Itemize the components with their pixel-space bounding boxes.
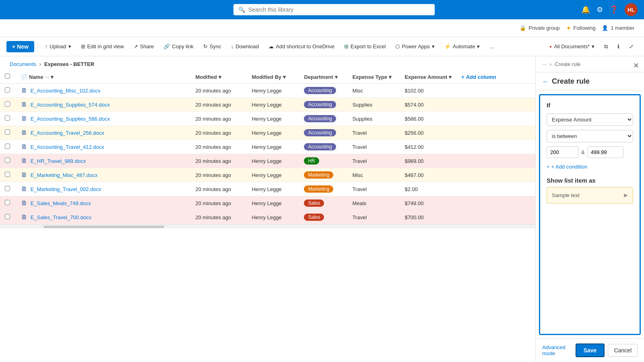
row-modified-by-cell: Henry Legge: [247, 126, 299, 140]
star-icon: ★: [566, 25, 571, 31]
cancel-button[interactable]: Cancel: [608, 344, 638, 357]
col-header-expense-type[interactable]: Expense Type ▾: [347, 70, 400, 84]
download-button[interactable]: ↓ Download: [227, 41, 263, 52]
search-input[interactable]: [248, 6, 430, 13]
back-button[interactable]: ←: [542, 78, 549, 85]
sync-label: Sync: [210, 43, 221, 49]
col-header-modified-by[interactable]: Modified By ▾: [247, 70, 299, 84]
row-department-cell: HR: [299, 154, 347, 168]
toolbar: + New ↑ Upload ▾ ⊞ Edit in grid view ↗ S…: [0, 37, 644, 56]
row-amount-cell: $487.00: [400, 168, 456, 182]
row-check-cell[interactable]: [0, 168, 16, 182]
file-name-link[interactable]: E_Accounting_Misc_102.docx: [31, 88, 101, 94]
fullscreen-button[interactable]: ⤢: [625, 41, 638, 52]
file-name-link[interactable]: E_Accounting_Supplies_574.docx: [31, 102, 110, 108]
add-shortcut-button[interactable]: ☁ Add shortcut to OneDrive: [264, 41, 339, 52]
settings-icon[interactable]: ⚙: [597, 5, 603, 14]
row-checkbox[interactable]: [5, 186, 10, 191]
breadcrumb-dots[interactable]: ···: [542, 61, 547, 67]
row-check-cell[interactable]: [0, 140, 16, 154]
sample-text-box[interactable]: Sample text ➤: [547, 187, 633, 204]
col-modified-label: Modified: [195, 74, 217, 80]
row-checkbox[interactable]: [5, 172, 10, 177]
row-check-cell[interactable]: [0, 182, 16, 196]
word-file-icon: 🗎: [21, 185, 27, 192]
file-name-link[interactable]: E_Marketing_Travel_002.docx: [31, 186, 101, 192]
avatar[interactable]: HL: [625, 3, 638, 16]
help-icon[interactable]: ❓: [609, 5, 618, 14]
col-header-add-column[interactable]: + Add column: [456, 70, 535, 84]
filter-button[interactable]: ⧉: [600, 41, 612, 52]
close-panel-button[interactable]: ✕: [632, 60, 641, 72]
sync-button[interactable]: ↻ Sync: [199, 41, 225, 52]
row-check-cell[interactable]: [0, 84, 16, 98]
more-button[interactable]: ...: [485, 41, 498, 52]
word-file-icon: 🗎: [21, 143, 27, 150]
row-checkbox[interactable]: [5, 144, 10, 149]
row-checkbox[interactable]: [5, 130, 10, 135]
breadcrumb-parent[interactable]: Documents: [10, 61, 36, 67]
col-header-modified[interactable]: Modified ▾: [190, 70, 247, 84]
search-bar[interactable]: 🔍: [233, 4, 435, 15]
row-check-cell[interactable]: [0, 154, 16, 168]
col-header-check[interactable]: [0, 70, 16, 84]
department-badge: HR: [304, 157, 319, 165]
upload-button[interactable]: ↑ Upload ▾: [41, 41, 75, 52]
row-check-cell[interactable]: [0, 196, 16, 210]
share-button[interactable]: ↗ Share: [130, 41, 158, 52]
info-button[interactable]: ℹ: [613, 41, 623, 52]
file-name-link[interactable]: E_Marketing_Misc_487.docx: [31, 172, 98, 178]
horizontal-scrollbar[interactable]: [0, 224, 535, 228]
add-condition-button[interactable]: + + Add condition: [547, 162, 587, 171]
notifications-icon[interactable]: 🔔: [581, 5, 590, 14]
condition-field-select[interactable]: Expense Amount: [547, 113, 633, 126]
max-value-input[interactable]: [587, 146, 623, 158]
export-excel-button[interactable]: ⊞ Export to Excel: [340, 41, 390, 52]
upload-label: Upload: [50, 43, 66, 49]
col-amount-label: Expense Amount: [405, 74, 447, 80]
row-checkbox[interactable]: [5, 158, 10, 163]
condition-operator-select[interactable]: is between: [547, 130, 633, 142]
row-checkbox[interactable]: [5, 200, 10, 205]
row-checkbox[interactable]: [5, 214, 10, 219]
file-name-link[interactable]: E_Accounting_Travel_412.docx: [31, 144, 104, 150]
row-check-cell[interactable]: [0, 112, 16, 126]
min-value-input[interactable]: [547, 146, 579, 158]
department-badge: Sales: [304, 214, 324, 221]
edit-grid-button[interactable]: ⊞ Edit in grid view: [77, 41, 128, 52]
private-group-label: Private group: [528, 25, 559, 31]
col-header-name[interactable]: 📄 Name ↑↓ ▾: [16, 70, 190, 84]
power-apps-button[interactable]: ⬡ Power Apps ▾: [391, 41, 438, 52]
select-all-checkbox[interactable]: [5, 74, 10, 79]
file-name-link[interactable]: E_Accounting_Travel_256.docx: [31, 130, 104, 136]
row-check-cell[interactable]: [0, 126, 16, 140]
col-header-expense-amount[interactable]: Expense Amount ▾: [400, 70, 456, 84]
row-check-cell[interactable]: [0, 98, 16, 112]
col-header-department[interactable]: Department ▾: [299, 70, 347, 84]
save-button[interactable]: Save: [576, 343, 605, 357]
rule-panel-breadcrumb: ··· › Create rule: [536, 56, 644, 72]
members-item[interactable]: 👤 1 member: [602, 25, 634, 31]
copy-link-button[interactable]: 🔗 Copy link: [159, 41, 197, 52]
advanced-mode-link[interactable]: Advanced mode: [542, 344, 576, 356]
file-name-link[interactable]: E_HR_Travel_989.docx: [31, 158, 86, 164]
automate-button[interactable]: ⚡ Automate ▾: [440, 41, 484, 52]
row-modified-cell: 20 minutes ago: [190, 84, 247, 98]
create-rule-nav-label: Create rule: [555, 61, 580, 67]
row-checkbox[interactable]: [5, 115, 10, 121]
word-file-icon: 🗎: [21, 171, 27, 178]
more-label: ...: [489, 43, 494, 49]
all-docs-button[interactable]: ● All Documents* ▾: [545, 41, 599, 52]
file-name-link[interactable]: E_Sales_Travel_700.docx: [31, 214, 91, 220]
row-check-cell[interactable]: [0, 210, 16, 224]
file-name-link[interactable]: E_Sales_Meals_749.docx: [31, 200, 91, 206]
following-item[interactable]: ★ Following: [566, 25, 596, 31]
row-checkbox[interactable]: [5, 101, 10, 107]
automate-chevron-icon: ▾: [477, 43, 480, 49]
all-docs-label: All Documents*: [554, 43, 590, 49]
row-checkbox[interactable]: [5, 87, 10, 93]
add-shortcut-label: Add shortcut to OneDrive: [276, 43, 334, 49]
upload-icon: ↑: [45, 43, 48, 49]
new-button[interactable]: + New: [6, 41, 34, 52]
file-name-link[interactable]: E_Accounting_Supplies_586.docx: [31, 116, 110, 122]
